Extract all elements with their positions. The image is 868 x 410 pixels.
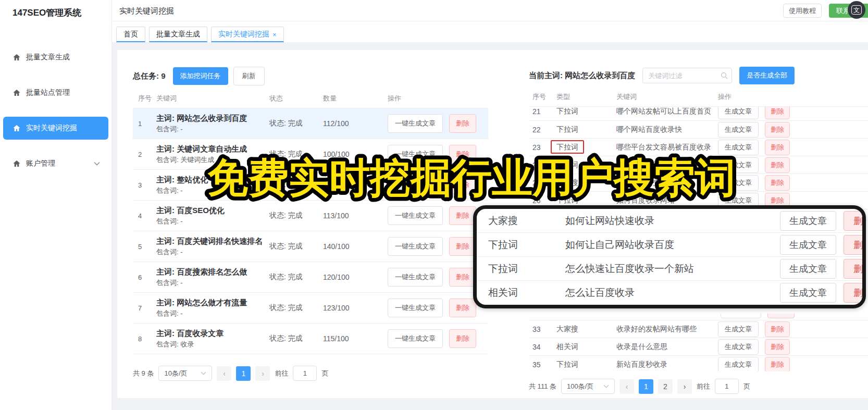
- sidebar-item-batch-site[interactable]: 批量站点管理: [3, 81, 108, 104]
- keyword-text: 如何百度收录网站: [616, 196, 718, 205]
- keyword-panel-header: 当前主词: 网站怎么收录到百度 是否生成全部: [529, 67, 868, 84]
- callout-row: 下拉词 怎么快速让百度收录一个新站 生成文章 删除: [477, 257, 862, 281]
- tutorial-button[interactable]: 使用教程: [783, 4, 822, 18]
- delete-button[interactable]: 删除: [765, 107, 790, 119]
- delete-button[interactable]: 删除: [765, 175, 790, 191]
- table-row[interactable]: 23 下拉词 哪些平台发文容易被百度收录 生成文章删除: [529, 139, 868, 156]
- sidebar-item-keyword-mining[interactable]: 实时关键词挖掘: [3, 117, 108, 140]
- page-number-1[interactable]: 1: [639, 379, 653, 394]
- generate-article-button[interactable]: 生成文章: [780, 235, 836, 255]
- generate-article-button[interactable]: 一键生成文章: [388, 268, 443, 287]
- page-size-select[interactable]: 100条/页: [561, 379, 615, 394]
- table-row[interactable]: 33 大家搜 收录好的发帖网站有哪些 生成文章删除: [529, 320, 868, 338]
- generate-article-button[interactable]: 生成文章: [718, 357, 759, 371]
- generate-article-button[interactable]: 生成文章: [780, 283, 836, 303]
- table-row[interactable]: 8 主词: 百度收录文章包含词: 收录 状态: 完成 115/100 一键生成文…: [133, 324, 488, 354]
- goto-page-input[interactable]: [715, 379, 739, 394]
- delete-button[interactable]: 删除: [765, 122, 790, 138]
- table-row[interactable]: 34 相关词 收录是什么意思 生成文章删除: [529, 338, 868, 356]
- translate-icon[interactable]: 文: [848, 1, 865, 19]
- sidebar-item-batch-article[interactable]: 批量文章生成: [3, 46, 108, 69]
- page-size-select[interactable]: 10条/页: [158, 366, 212, 381]
- delete-button[interactable]: 删除: [765, 157, 790, 173]
- goto-label: 前往: [697, 382, 710, 391]
- task-count: 140/100: [323, 242, 379, 251]
- delete-button[interactable]: 删除: [844, 283, 866, 303]
- delete-button[interactable]: 删除: [844, 211, 866, 231]
- delete-button[interactable]: 删除: [765, 321, 790, 337]
- table-row[interactable]: 2 主词: 关键词文章自动生成包含词: 关键词生成 状态: 完成 100/100…: [133, 139, 488, 170]
- tab-batch-article[interactable]: 批量文章生成: [149, 27, 207, 42]
- refresh-button[interactable]: 刷新: [233, 67, 265, 85]
- page-title: 实时关键词挖掘: [119, 6, 174, 16]
- table-row[interactable]: 3 主词: 整站优化包含词: - 状态: 完成 一键生成文章删除: [133, 170, 488, 201]
- tab-home[interactable]: 首页: [116, 27, 145, 42]
- delete-button[interactable]: 删除: [449, 237, 476, 256]
- table-row[interactable]: 22 下拉词 哪个网站百度收录快 生成文章删除: [529, 121, 868, 139]
- delete-button[interactable]: 删除: [449, 145, 476, 164]
- delete-button[interactable]: 删除: [449, 299, 476, 317]
- generate-article-button[interactable]: 一键生成文章: [388, 206, 443, 225]
- generate-article-button[interactable]: 生成文章: [718, 175, 759, 191]
- table-row[interactable]: 7 主词: 网站怎么做才有流量包含词: - 状态: 完成 123/100 一键生…: [133, 293, 488, 324]
- task-panel: 总任务: 9 添加挖词任务 刷新 序号 关键词 状态 数量 操作 1 主词: 网…: [133, 67, 488, 381]
- generate-article-button[interactable]: 生成文章: [718, 339, 759, 355]
- tab-keyword-mining[interactable]: 实时关键词挖掘 ×: [211, 27, 284, 42]
- table-row[interactable]: 4 主词: 百度SEO优化包含词: - 状态: 完成 113/100 一键生成文…: [133, 201, 488, 231]
- generate-article-button[interactable]: 生成文章: [718, 107, 759, 119]
- generate-article-button[interactable]: 一键生成文章: [388, 114, 443, 133]
- total-tasks-label: 总任务: 9: [133, 71, 166, 81]
- generate-all-button[interactable]: 是否生成全部: [739, 67, 795, 84]
- prev-page-button[interactable]: ‹: [619, 379, 634, 394]
- delete-button[interactable]: 删除: [449, 329, 476, 348]
- generate-article-button[interactable]: 生成文章: [780, 211, 836, 231]
- delete-button[interactable]: 删除: [844, 235, 866, 255]
- topbar: 实时关键词挖掘 使用教程 联系客服 文: [112, 0, 868, 21]
- delete-button[interactable]: 删除: [449, 114, 476, 133]
- task-keyword: 主词: 网站怎么做才有流量: [156, 297, 269, 308]
- generate-article-button[interactable]: 一键生成文章: [388, 299, 443, 317]
- current-main-keyword: 当前主词: 网站怎么收录到百度: [529, 71, 635, 81]
- page-number-2[interactable]: 2: [658, 379, 673, 394]
- generate-article-button[interactable]: [721, 314, 761, 318]
- sidebar-item-label: 账户管理: [26, 159, 55, 168]
- generate-article-button[interactable]: 一键生成文章: [388, 176, 443, 194]
- keyword-type: 下拉词: [488, 262, 565, 276]
- generate-article-button[interactable]: 生成文章: [718, 321, 759, 337]
- generate-article-button[interactable]: 生成文章: [718, 157, 759, 173]
- goto-page-input[interactable]: [293, 366, 317, 381]
- next-page-button[interactable]: ›: [677, 379, 692, 394]
- delete-button[interactable]: 删除: [765, 140, 790, 155]
- home-icon: [13, 124, 21, 132]
- table-row[interactable]: 5 主词: 百度关键词排名快速排名包含词: - 状态: 完成 140/100 一…: [133, 231, 488, 262]
- table-row[interactable]: 6 主词: 百度搜索排名怎么做包含词: - 状态: 完成 120/100 一键生…: [133, 262, 488, 293]
- table-row[interactable]: 35 下拉词 新站百度秒收录 生成文章删除: [529, 356, 868, 371]
- add-task-button[interactable]: 添加挖词任务: [173, 67, 228, 85]
- close-tab-icon[interactable]: ×: [272, 31, 277, 39]
- keyword-filter-input[interactable]: [642, 68, 732, 83]
- table-row[interactable]: 24 下拉词 如何让网站被百度收录 生成文章删除: [529, 156, 868, 174]
- generate-article-button[interactable]: 生成文章: [780, 259, 836, 279]
- sidebar-item-account[interactable]: 账户管理: [3, 152, 108, 175]
- delete-button[interactable]: 删除: [765, 339, 790, 355]
- next-page-button[interactable]: ›: [255, 366, 270, 381]
- generate-article-button[interactable]: 一键生成文章: [388, 329, 443, 348]
- table-row[interactable]: 25 大家搜 网站收录提交入口 生成文章删除: [529, 174, 868, 192]
- delete-button[interactable]: 删除: [844, 259, 866, 279]
- delete-button[interactable]: [767, 314, 795, 318]
- delete-button[interactable]: 删除: [449, 176, 476, 194]
- page-unit-label: 页: [321, 369, 328, 378]
- generate-article-button[interactable]: 一键生成文章: [388, 145, 443, 164]
- page-number-1[interactable]: 1: [236, 366, 251, 381]
- generate-article-button[interactable]: 一键生成文章: [388, 237, 443, 256]
- prev-page-button[interactable]: ‹: [217, 366, 231, 381]
- chevron-down-icon: [201, 371, 206, 375]
- keyword-type: 大家搜: [556, 178, 616, 188]
- delete-button[interactable]: 删除: [765, 357, 790, 371]
- generate-article-button[interactable]: 生成文章: [718, 140, 759, 155]
- generate-article-button[interactable]: 生成文章: [718, 122, 759, 138]
- table-row[interactable]: 1 主词: 网站怎么收录到百度包含词: - 状态: 完成 112/100 一键生…: [133, 108, 488, 139]
- table-row[interactable]: 21 下拉词 哪个网站发帖可以上百度首页 生成文章删除: [529, 107, 868, 120]
- delete-button[interactable]: 删除: [449, 206, 476, 225]
- delete-button[interactable]: 删除: [449, 268, 476, 287]
